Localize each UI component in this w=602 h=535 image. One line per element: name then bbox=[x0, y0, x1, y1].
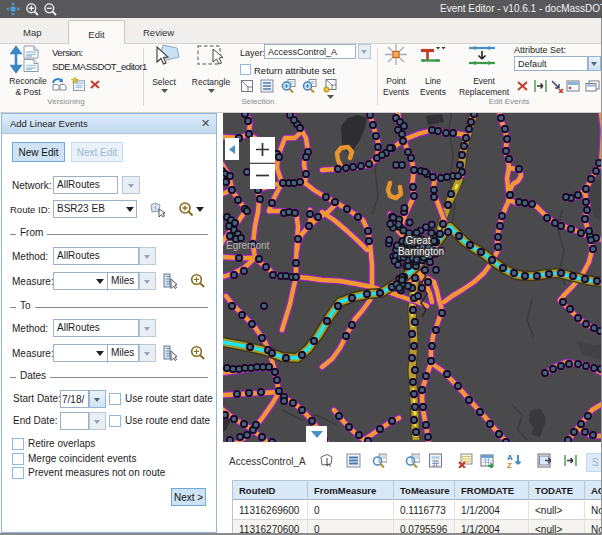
svg-text:Z: Z bbox=[507, 461, 512, 468]
svg-text:Egremont: Egremont bbox=[226, 240, 270, 251]
svg-text:Great: Great bbox=[405, 235, 430, 246]
svg-text:Barrington: Barrington bbox=[398, 246, 444, 257]
